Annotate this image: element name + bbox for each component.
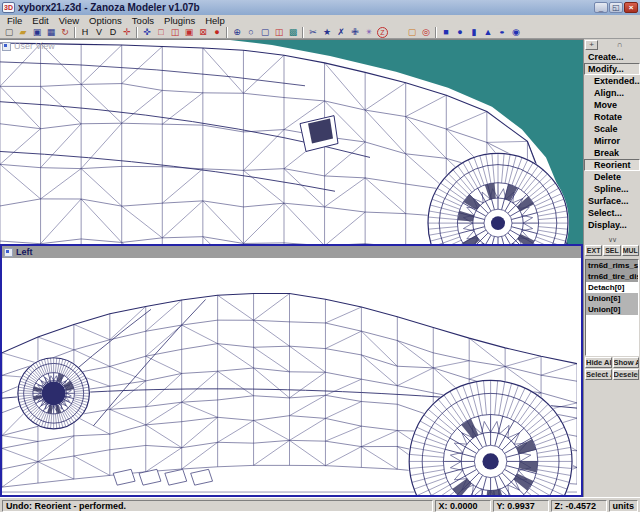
- viewport-icon: [2, 42, 11, 51]
- menu-options[interactable]: Options: [84, 15, 127, 26]
- command-mirror[interactable]: Mirror: [584, 135, 640, 147]
- app-icon: 3D: [2, 2, 15, 13]
- edges-mode-icon[interactable]: ◫: [168, 26, 182, 38]
- axes-icon[interactable]: ✛: [120, 26, 134, 38]
- d-view-button[interactable]: D: [106, 26, 120, 38]
- application-window: 3D xyborx21.z3d - Zanoza Modeler v1.07b …: [0, 0, 640, 512]
- sphere-primitive-icon[interactable]: ●: [453, 26, 467, 38]
- viewport-left-canvas[interactable]: [2, 258, 581, 495]
- list-item[interactable]: Union[6]: [586, 293, 638, 304]
- list-item[interactable]: Union[0]: [586, 304, 638, 315]
- hide-mode-icon[interactable]: ⊠: [196, 26, 210, 38]
- command-scale[interactable]: Scale: [584, 123, 640, 135]
- material-icon[interactable]: ◎: [419, 26, 433, 38]
- ext-mode-button[interactable]: EXT: [585, 245, 602, 256]
- flip-tool-icon[interactable]: ✗: [334, 26, 348, 38]
- toolbar: ▢▰▣▦↻HVD✛✜□◫▣⊠●⊕○▢◫▩✂★✗✙✴Z▢◎■●▮▲●◉: [0, 26, 640, 39]
- toolbar-group: HVD✛: [78, 26, 134, 38]
- menu-plugins[interactable]: Plugins: [159, 15, 200, 26]
- h-view-button[interactable]: H: [78, 26, 92, 38]
- zoom-icon[interactable]: ⊕: [230, 26, 244, 38]
- viewport-user-view[interactable]: User View: [0, 39, 583, 244]
- command-break[interactable]: Break: [584, 147, 640, 159]
- cylinder-primitive-icon[interactable]: ▮: [467, 26, 481, 38]
- menu-view[interactable]: View: [54, 15, 84, 26]
- sel-mode-button[interactable]: SEL: [603, 245, 620, 256]
- menu-tools[interactable]: Tools: [127, 15, 159, 26]
- minimize-button[interactable]: _: [594, 2, 608, 13]
- vertices-mode-icon[interactable]: □: [154, 26, 168, 38]
- panel-tool-button[interactable]: +: [585, 40, 598, 50]
- revert-icon[interactable]: ↻: [58, 26, 72, 38]
- close-button[interactable]: ×: [624, 2, 638, 13]
- restore-button[interactable]: ◱: [609, 2, 623, 13]
- cone-primitive-icon[interactable]: ▲: [481, 26, 495, 38]
- deselect-button[interactable]: Deselect: [613, 369, 640, 380]
- wireframe-view-icon[interactable]: ◫: [272, 26, 286, 38]
- viewport-left-label: Left: [16, 247, 33, 257]
- box-primitive-icon[interactable]: ■: [439, 26, 453, 38]
- viewport-icon: [4, 248, 13, 257]
- zoom-extents-icon[interactable]: ▢: [258, 26, 272, 38]
- plugins-z-icon[interactable]: Z: [377, 27, 388, 38]
- menu-help[interactable]: Help: [200, 15, 230, 26]
- viewport-left-header[interactable]: Left: [2, 246, 581, 258]
- open-icon[interactable]: ▰: [16, 26, 30, 38]
- list-item[interactable]: Detach[0]: [586, 282, 638, 293]
- wireframe-left-view: [2, 258, 577, 495]
- command-create[interactable]: Create...: [584, 51, 640, 63]
- command-rotate[interactable]: Rotate: [584, 111, 640, 123]
- viewport-left: Left: [0, 244, 583, 497]
- toolbar-group: ■●▮▲●◉: [439, 26, 523, 38]
- ellipsoid-primitive-icon[interactable]: ●: [495, 28, 509, 35]
- toolbar-separator: [136, 27, 138, 38]
- panel-expand-icon[interactable]: ∨∨: [584, 236, 640, 245]
- textured-view-icon[interactable]: ▩: [286, 26, 300, 38]
- command-display[interactable]: Display...: [584, 219, 640, 231]
- panel-collapse-button[interactable]: ∩: [600, 40, 639, 50]
- toolbar-separator: [226, 27, 228, 38]
- weld-tool-icon[interactable]: ★: [320, 26, 334, 38]
- gizmo-icon[interactable]: ✜: [140, 26, 154, 38]
- window-title: xyborx21.z3d - Zanoza Modeler v1.07b: [18, 2, 591, 13]
- select-all-button[interactable]: Select All: [585, 369, 612, 380]
- toolbar-group: ⊕○▢◫▩: [230, 26, 300, 38]
- fan-tool-icon[interactable]: ✴: [362, 26, 376, 38]
- mul-mode-button[interactable]: MUL: [622, 245, 639, 256]
- new-icon[interactable]: ▢: [2, 26, 16, 38]
- hide-all-button[interactable]: Hide All: [585, 357, 612, 368]
- list-item[interactable]: trn6d_rims_set: [586, 260, 638, 271]
- save-icon[interactable]: ▣: [30, 26, 44, 38]
- toolbar-separator: [435, 27, 437, 38]
- right-sidebar: + ∩ Create... Modify... Extended... Alig…: [583, 39, 640, 497]
- menu-edit[interactable]: Edit: [27, 15, 53, 26]
- object-panel: trn6d_rims_set trn6d_tire_disc_s Detach[…: [584, 257, 640, 497]
- v-view-button[interactable]: V: [92, 26, 106, 38]
- toolbar-group: ✜□◫▣⊠●: [140, 26, 224, 38]
- menu-file[interactable]: File: [2, 15, 27, 26]
- command-delete[interactable]: Delete: [584, 171, 640, 183]
- save-all-icon[interactable]: ▦: [44, 26, 58, 38]
- command-panel: + ∩ Create... Modify... Extended... Alig…: [584, 39, 640, 257]
- viewport-user-view-label: User View: [14, 41, 55, 51]
- status-bar: Undo: Reorient - performed. X: 0.0000 Y:…: [0, 497, 640, 512]
- list-item[interactable]: trn6d_tire_disc_s: [586, 271, 638, 282]
- command-surface[interactable]: Surface...: [584, 195, 640, 207]
- command-extended[interactable]: Extended...: [584, 75, 640, 87]
- status-units: units: [609, 500, 639, 512]
- show-all-button[interactable]: Show All: [613, 357, 640, 368]
- attach-tool-icon[interactable]: ✙: [348, 26, 362, 38]
- command-modify[interactable]: Modify...: [584, 63, 640, 75]
- command-move[interactable]: Move: [584, 99, 640, 111]
- torus-primitive-icon[interactable]: ◉: [509, 26, 523, 38]
- command-select[interactable]: Select...: [584, 207, 640, 219]
- title-bar: 3D xyborx21.z3d - Zanoza Modeler v1.07b …: [0, 0, 640, 15]
- orbit-icon[interactable]: ○: [244, 26, 258, 38]
- sphere-mode-icon[interactable]: ●: [210, 26, 224, 38]
- faces-mode-icon[interactable]: ▣: [182, 26, 196, 38]
- command-reorient[interactable]: Reorient: [584, 159, 640, 171]
- uv-square-icon[interactable]: ▢: [405, 26, 419, 38]
- detach-tool-icon[interactable]: ✂: [306, 26, 320, 38]
- command-spline[interactable]: Spline...: [584, 183, 640, 195]
- command-align[interactable]: Align...: [584, 87, 640, 99]
